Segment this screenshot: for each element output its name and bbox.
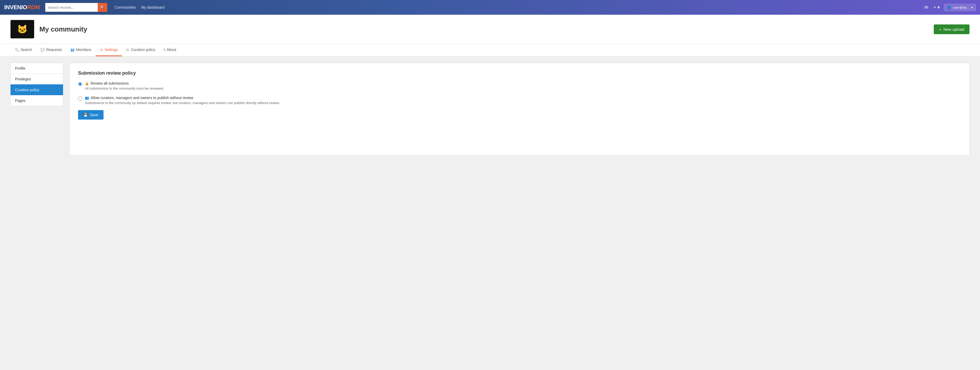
search-button[interactable]: 🔍 (98, 3, 107, 12)
user-label: user@de... (953, 5, 969, 10)
tab-settings[interactable]: ⚙ Settings (95, 44, 122, 56)
tab-about-label: About (167, 48, 176, 52)
radio-review-all-label[interactable]: 🔒 Review all submissions (85, 81, 164, 85)
add-icon: + ▾ (934, 5, 940, 10)
about-tab-icon: ℹ (164, 48, 165, 52)
header-right: ✉ + ▾ 👤 user@de... ▾ (923, 3, 976, 11)
tab-members-label: Members (76, 48, 91, 52)
settings-title: Submission review policy (78, 70, 961, 76)
logo[interactable]: INVENIORDM (4, 4, 40, 11)
community-image: 🐱 (17, 24, 28, 34)
sidebar-item-pages[interactable]: Pages (11, 95, 63, 106)
user-menu[interactable]: 👤 user@de... ▾ (944, 4, 976, 11)
main-nav: Communities My dashboard (115, 5, 164, 10)
radio-review-all-content: 🔒 Review all submissions All submissions… (85, 81, 164, 90)
tab-settings-label: Settings (105, 48, 118, 52)
sidebar-item-privileges[interactable]: Privileges (11, 73, 63, 85)
tab-bar: 🔍 Search 💬 Requests 👥 Members ⚙ Settings… (0, 44, 980, 56)
tab-search-label: Search (21, 48, 32, 52)
radio-option-review-all: 🔒 Review all submissions All submissions… (78, 81, 961, 90)
group-icon: 👥 (85, 96, 89, 100)
tab-about[interactable]: ℹ About (159, 44, 180, 56)
search-tab-icon: 🔍 (15, 48, 19, 52)
tab-curation-label: Curation policy (131, 48, 155, 52)
new-upload-label: New upload (943, 27, 964, 32)
sidebar: Profile Privileges Curation policy Pages (11, 63, 63, 155)
tab-curation-policy[interactable]: ⚖ Curation policy (122, 44, 159, 56)
sidebar-item-profile[interactable]: Profile (11, 63, 63, 73)
plus-icon: + (939, 27, 941, 32)
add-button[interactable]: + ▾ (932, 3, 941, 11)
radio-allow-curators[interactable] (78, 96, 82, 100)
tab-requests-label: Requests (46, 48, 62, 52)
notifications-button[interactable]: ✉ (923, 3, 929, 11)
tab-search[interactable]: 🔍 Search (11, 44, 36, 56)
user-dropdown-icon: ▾ (971, 5, 973, 10)
logo-invenio: INVENIO (4, 4, 27, 11)
requests-tab-icon: 💬 (40, 48, 45, 52)
tab-requests[interactable]: 💬 Requests (36, 44, 66, 56)
settings-panel: Submission review policy 🔒 Review all su… (69, 63, 969, 155)
main-content: Profile Privileges Curation policy Pages… (0, 56, 980, 162)
radio-allow-curators-content: 👥 Allow curators, managers and owners to… (85, 96, 280, 105)
nav-my-dashboard[interactable]: My dashboard (141, 5, 164, 10)
search-bar: 🔍 (45, 3, 107, 12)
curation-tab-icon: ⚖ (126, 48, 129, 52)
community-thumbnail: 🐱 (11, 20, 34, 38)
radio-review-all-desc: All submissions to the community must be… (85, 86, 164, 90)
community-title: My community (40, 25, 87, 33)
settings-tab-icon: ⚙ (100, 48, 103, 52)
sidebar-item-curation-policy[interactable]: Curation policy (11, 85, 63, 95)
header: INVENIORDM 🔍 Communities My dashboard ✉ … (0, 0, 980, 15)
radio-allow-curators-desc: Submissions to the community by default … (85, 101, 280, 105)
new-upload-button[interactable]: + New upload (934, 24, 969, 34)
tab-members[interactable]: 👥 Members (66, 44, 95, 56)
notifications-icon: ✉ (924, 5, 928, 10)
community-header: 🐱 My community + New upload (0, 15, 980, 44)
radio-review-all[interactable] (78, 82, 82, 86)
search-input[interactable] (45, 3, 98, 12)
radio-allow-curators-label[interactable]: 👥 Allow curators, managers and owners to… (85, 96, 280, 100)
logo-rdm: RDM (27, 4, 40, 11)
save-label: Save (90, 113, 98, 117)
members-tab-icon: 👥 (70, 48, 75, 52)
lock-icon: 🔒 (85, 81, 89, 85)
save-icon: 💾 (83, 113, 88, 117)
save-button[interactable]: 💾 Save (78, 110, 103, 120)
search-icon: 🔍 (100, 5, 105, 10)
radio-option-allow-curators: 👥 Allow curators, managers and owners to… (78, 96, 961, 105)
nav-communities[interactable]: Communities (115, 5, 136, 10)
user-icon: 👤 (947, 5, 951, 10)
